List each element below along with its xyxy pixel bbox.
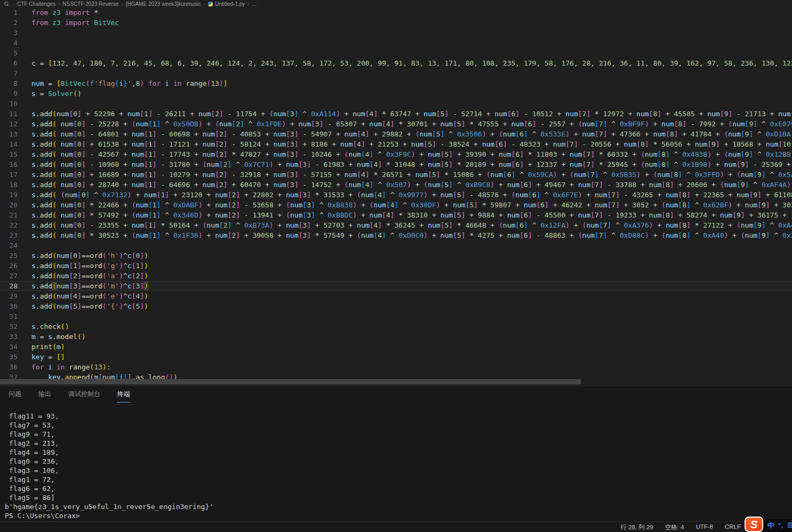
line-number: 3 <box>0 28 18 38</box>
panel-tab-problems[interactable]: 问题 <box>8 386 22 402</box>
line-number: 5 <box>0 48 18 58</box>
ime-punctuation-toggle[interactable]: °, <box>778 522 783 529</box>
line-number: 2 <box>0 18 18 28</box>
terminal-line: flag5 = 86] <box>5 493 792 502</box>
breadcrumb-item[interactable]: CTF Challenges <box>17 1 55 7</box>
terminal-line: flag6 = 62, <box>5 484 792 493</box>
code-line[interactable]: 8num = [BitVec(f'flag{i}',8) for i in ra… <box>0 78 792 88</box>
breadcrumb-item[interactable]: NSSCTF 2023 Reverse <box>63 1 119 7</box>
breadcrumb-item[interactable]: [HGAME 2023 week3]kunmusic <box>126 1 201 7</box>
code-line[interactable]: 27s.add(num[2]==ord('a')^c[2]) <box>0 271 792 281</box>
line-number: 4 <box>0 38 18 48</box>
code-text: for i in range(13): <box>31 362 792 372</box>
code-text: s.add( (num[0] ^ 0x7132) + num[1] + 2312… <box>31 190 792 200</box>
code-text: from z3 import * <box>31 7 792 18</box>
panel-tab-bar: 问题输出调试控制台终端 <box>0 386 792 403</box>
eol-indicator[interactable]: CRLF <box>725 523 741 531</box>
code-line[interactable]: 14s.add( num[0] + 61538 + num[1] - 17121… <box>0 139 792 149</box>
code-text: s = Solver() <box>31 88 792 99</box>
code-text: s.add(num[5]==ord('{')^c[5]) <box>31 301 792 311</box>
code-line[interactable]: 25s.add(num[0]==ord('h')^c[0]) <box>0 251 792 261</box>
code-line[interactable]: 11s.add(num[0] + 52296 + num[1] - 26211 … <box>0 109 792 119</box>
code-text: s.add( num[0] + 16689 + num[1] - 10279 +… <box>31 170 792 180</box>
code-line[interactable]: 16s.add( num[0] - 10968 + num[1] - 31780… <box>0 159 792 170</box>
ime-keyboard-icon[interactable]: ⌨ <box>787 521 792 529</box>
panel-tab-debug-console[interactable]: 调试控制台 <box>68 386 101 402</box>
horizontal-scrollbar[interactable] <box>0 379 581 384</box>
code-text: key = [] <box>31 352 792 362</box>
code-line[interactable]: 12s.add( num[0] - 25228 + (num[1] ^ 0x50… <box>0 119 792 129</box>
code-line[interactable]: 21s.add( num[0] * 57492 + (num[1] ^ 0x34… <box>0 210 792 220</box>
line-number: 21 <box>0 210 18 220</box>
code-text <box>31 28 792 38</box>
breadcrumb-item[interactable]: ... <box>252 1 256 7</box>
ime-language-toggle[interactable]: 中 <box>767 521 774 530</box>
line-number: 31 <box>0 311 18 321</box>
code-line[interactable]: 2from z3 import BitVec <box>0 18 792 28</box>
code-line[interactable]: 23s.add( num[0] * 30523 + (num[1] ^ 0x1F… <box>0 230 792 240</box>
code-text <box>31 99 792 109</box>
terminal-line: flag9 = 71, <box>5 430 792 439</box>
breadcrumb-separator: › <box>204 1 205 7</box>
indentation-indicator[interactable]: 空格: 4 <box>665 523 684 531</box>
code-line[interactable]: 4 <box>0 38 792 48</box>
code-line[interactable]: 28s.add(num[3]==ord('m')^c[3]) <box>0 281 792 291</box>
code-line[interactable]: 19s.add( (num[0] ^ 0x7132) + num[1] + 23… <box>0 190 792 200</box>
code-editor[interactable]: 1from z3 import *2from z3 import BitVec3… <box>0 7 792 385</box>
terminal-output[interactable]: flag11 = 93, flag7 = 53, flag9 = 71, fla… <box>0 412 792 520</box>
line-number: 11 <box>0 109 18 119</box>
code-line[interactable]: 7 <box>0 68 792 78</box>
code-text: s.add(num[2]==ord('a')^c[2]) <box>31 271 792 281</box>
code-text: s.add(num[0]==ord('h')^c[0]) <box>31 251 792 261</box>
code-text: s.add( num[0] * 57492 + (num[1] ^ 0x346D… <box>31 210 792 220</box>
code-line[interactable]: 10 <box>0 99 792 109</box>
code-line[interactable]: 20s.add( num[0] * 22466 + (num[1] ^ 0xDA… <box>0 200 792 210</box>
code-line[interactable]: 29s.add(num[4]==ord('e')^c[4]) <box>0 291 792 301</box>
line-number: 35 <box>0 352 18 362</box>
code-text: s.add(num[4]==ord('e')^c[4]) <box>31 291 792 301</box>
code-line[interactable]: 15s.add( num[0] - 42567 + num[1] - 17743… <box>0 149 792 159</box>
line-number: 34 <box>0 342 18 352</box>
breadcrumb-item[interactable]: Untitled-1.py <box>208 1 245 7</box>
code-line[interactable]: 32s.check() <box>0 321 792 332</box>
code-line[interactable]: 31 <box>0 311 792 321</box>
terminal-line: PS C:\Users\Corax> <box>5 511 792 520</box>
status-items: 行 28, 列 29空格: 4UTF-8CRLF <box>620 523 741 531</box>
code-line[interactable]: 5 <box>0 48 792 58</box>
cursor-position-indicator[interactable]: 行 28, 列 29 <box>620 523 653 531</box>
code-line[interactable]: 24 <box>0 240 792 251</box>
code-line[interactable]: 30s.add(num[5]==ord('{')^c[5]) <box>0 301 792 311</box>
code-text: s.add(num[1]==ord('g')^c[1]) <box>31 261 792 271</box>
panel-tab-output[interactable]: 输出 <box>38 386 52 402</box>
line-number: 27 <box>0 271 18 281</box>
code-line[interactable]: 17s.add( num[0] + 16689 + num[1] - 10279… <box>0 170 792 180</box>
code-line[interactable]: 22s.add( num[0] - 23355 + num[1] * 50164… <box>0 220 792 230</box>
line-number: 32 <box>0 321 18 332</box>
panel-tab-terminal[interactable]: 终端 <box>117 386 131 402</box>
code-line[interactable]: 6c = [132, 47, 180, 7, 216, 45, 68, 6, 3… <box>0 58 792 68</box>
code-line[interactable]: 35key = [] <box>0 352 792 362</box>
code-line[interactable]: 13s.add( num[0] - 64801 + num[1] - 60698… <box>0 129 792 139</box>
breadcrumb-item[interactable]: G: <box>4 1 10 7</box>
line-number: 20 <box>0 200 18 210</box>
code-line[interactable]: 26s.add(num[1]==ord('g')^c[1]) <box>0 261 792 271</box>
code-line[interactable]: 34print(m) <box>0 342 792 352</box>
vscode-window: G:›CTF Challenges›NSSCTF 2023 Reverse›[H… <box>0 0 792 532</box>
breadcrumb-separator: › <box>122 1 123 7</box>
sogou-ime-icon[interactable]: S <box>745 517 763 532</box>
code-text <box>31 48 792 58</box>
code-line[interactable]: 9s = Solver() <box>0 88 792 99</box>
code-text <box>31 68 792 78</box>
code-line[interactable]: 1from z3 import * <box>0 7 792 18</box>
code-line[interactable]: 3 <box>0 28 792 38</box>
line-number: 28 <box>0 281 18 291</box>
encoding-indicator[interactable]: UTF-8 <box>696 523 713 531</box>
code-line[interactable]: 18s.add( num[0] + 28740 + num[1] - 64696… <box>0 180 792 190</box>
code-text: s.add( num[0] * 30523 + (num[1] ^ 0x1F36… <box>31 230 792 240</box>
line-number: 25 <box>0 251 18 261</box>
code-text: num = [BitVec(f'flag{i}',8) for i in ran… <box>31 78 792 88</box>
line-number: 7 <box>0 68 18 78</box>
code-line[interactable]: 36for i in range(13): <box>0 362 792 372</box>
code-line[interactable]: 33m = s.model() <box>0 332 792 342</box>
status-bar: 行 28, 列 29空格: 4UTF-8CRLF <box>0 521 792 532</box>
